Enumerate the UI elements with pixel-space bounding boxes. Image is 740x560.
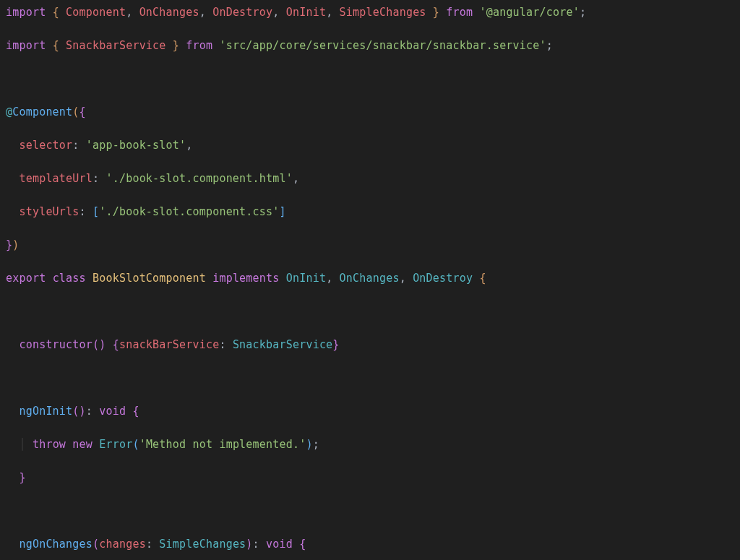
code-token: ) [306,438,312,451]
code-line[interactable]: styleUrls: ['./book-slot.component.css'] [6,204,734,220]
code-token [66,438,72,451]
code-line[interactable]: selector: 'app-book-slot', [6,137,734,154]
code-line[interactable] [6,303,734,320]
code-line[interactable]: export class BookSlotComponent implement… [6,270,734,287]
code-token: , [293,172,299,185]
code-token: ( [72,105,79,119]
code-token: from [446,6,473,19]
code-token [6,338,19,351]
code-token [332,272,339,285]
code-token [6,139,19,152]
code-token: import [6,6,46,19]
code-token: { [79,105,86,119]
code-token: } [332,338,339,351]
code-line[interactable]: ngOnInit(): void { [6,403,734,420]
code-token: () [72,405,85,418]
code-token [406,272,413,285]
code-line[interactable]: }) [6,237,734,254]
code-token: 'src/app/core/services/snackbar/snackbar… [219,39,546,52]
code-token [206,272,212,285]
code-token: ( [92,538,99,551]
code-token: { [479,272,486,285]
code-token [59,6,66,19]
code-token: OnDestroy [413,272,473,285]
code-line[interactable]: @Component({ [6,104,734,121]
code-token: { [113,338,119,351]
code-token: import [6,39,46,52]
code-token: new [72,438,92,451]
code-token: 'Method not implemented.' [139,438,306,451]
code-token: , [400,272,406,285]
code-token: } [173,39,179,52]
code-line[interactable]: import { Component, OnChanges, OnDestroy… [6,4,734,21]
code-token: │ [19,438,25,451]
code-token [132,6,139,19]
code-token: void [266,538,293,551]
code-token: export [6,272,46,285]
code-token [6,405,19,418]
code-token [426,6,433,19]
code-token: : [253,538,259,551]
code-token: './book-slot.component.css' [99,205,279,218]
code-token: : [72,139,79,152]
code-token: BookSlotComponent [92,272,206,285]
code-token [86,205,92,218]
code-token: changes [99,538,146,551]
code-token [46,272,52,285]
code-token: ngOnChanges [19,538,92,551]
code-token: : [86,405,92,418]
code-editor[interactable]: import { Component, OnChanges, OnDestroy… [0,0,740,560]
code-token: ) [12,238,19,251]
code-token [206,6,212,19]
code-token: } [19,471,25,484]
code-token [6,471,19,484]
code-token: from [186,39,212,52]
code-line[interactable]: templateUrl: './book-slot.component.html… [6,171,734,187]
code-token: ; [580,6,586,19]
code-token: : [92,172,99,185]
code-token: SimpleChanges [340,6,426,19]
code-token [92,438,99,451]
code-token [46,6,52,19]
code-line[interactable] [6,370,734,387]
code-token: , [199,6,206,19]
code-token: () [92,338,106,351]
code-token: void [99,405,126,418]
code-token: OnChanges [340,272,400,285]
code-token [6,205,19,218]
code-token: Error [99,438,132,451]
code-token: ngOnInit [19,405,72,418]
code-token [280,6,286,19]
code-line[interactable]: import { SnackbarService } from 'src/app… [6,38,734,54]
code-line[interactable]: } [6,470,734,486]
code-line[interactable]: ngOnChanges(changes: SimpleChanges): voi… [6,536,734,553]
code-token: @ [6,105,12,119]
code-token [293,538,299,551]
code-token: SnackbarService [233,338,332,351]
code-line[interactable]: constructor() {snackBarService: Snackbar… [6,337,734,353]
code-token: ; [546,39,553,52]
code-token: ; [313,438,319,451]
code-token: , [326,272,332,285]
code-token: OnInit [286,6,326,19]
code-token [46,39,52,52]
code-token: OnInit [286,272,326,285]
code-token [6,538,19,551]
code-token [280,272,286,285]
code-token [6,172,19,185]
code-token: constructor [19,338,92,351]
code-line[interactable] [6,503,734,520]
code-token: class [53,272,86,285]
code-token: } [433,6,439,19]
code-token: throw [33,438,66,451]
code-token: : [219,338,225,351]
code-token: snackBarService [119,338,219,351]
code-token: ( [132,438,139,451]
code-token: { [299,538,306,551]
code-line[interactable] [6,71,734,87]
code-token: styleUrls [19,205,79,218]
code-token: 'app-book-slot' [86,139,186,152]
code-token: , [326,6,332,19]
code-line[interactable]: │ throw new Error('Method not implemente… [6,436,734,453]
code-token [59,39,66,52]
